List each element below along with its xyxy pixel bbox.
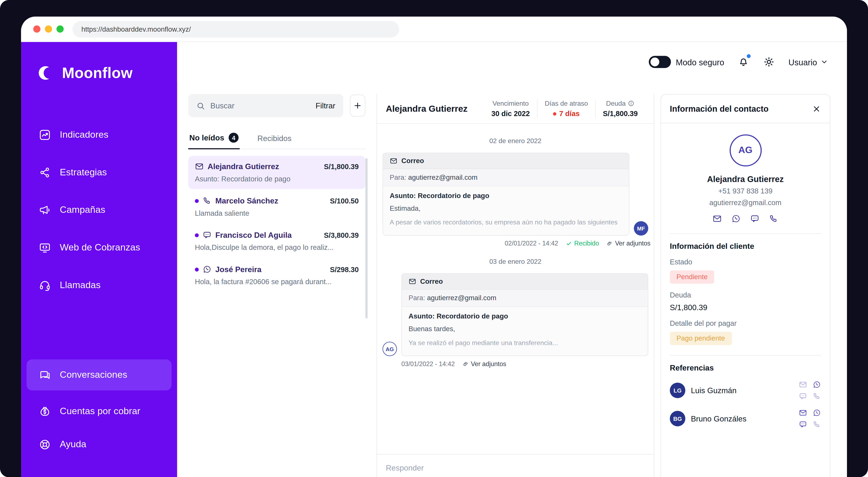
message-scroll-area: 02 de enero 2022 Correo Para:: [377, 124, 654, 454]
chat-bubbles-icon: [39, 369, 51, 381]
message-to-row: Para: agutierrez@gmail.com: [383, 169, 629, 186]
view-attachments-link[interactable]: Ver adjuntos: [463, 361, 506, 367]
browser-chrome: https://dashboarddev.moonflow.xyz/: [21, 16, 847, 42]
close-window-button[interactable]: [33, 25, 40, 33]
sidebar-item-llamadas[interactable]: Llamadas: [27, 270, 172, 301]
view-attachments-link[interactable]: Ver adjuntos: [607, 240, 651, 247]
reference-avatar: LG: [670, 382, 685, 398]
sidebar-item-estrategias[interactable]: Estrategias: [27, 157, 172, 188]
sidebar-item-label: Cuentas por cobrar: [60, 406, 141, 417]
message-channel-header: Correo: [383, 153, 629, 169]
message-timestamp: 03/01/2022 - 14:42: [401, 361, 455, 367]
sidebar-item-conversaciones[interactable]: Conversaciones: [27, 360, 172, 390]
date-divider: 02 de enero 2022: [382, 137, 648, 145]
reply-input[interactable]: [386, 464, 645, 472]
sidebar-item-web-de-cobranzas[interactable]: Web de Cobranzas: [27, 232, 172, 263]
sidebar-nav: Indicadores Estrategias Campañas Web de …: [21, 120, 177, 477]
sidebar-item-indicadores[interactable]: Indicadores: [27, 120, 172, 150]
message-meta: 02/01/2022 - 14:42 Recibido Ver adjuntos: [382, 240, 651, 247]
contact-panel-header: Información del contacto: [661, 95, 830, 123]
tab-no-leidos[interactable]: No leídos 4: [188, 128, 240, 149]
whatsapp-icon[interactable]: [813, 409, 821, 417]
conversation-item-marcelo[interactable]: Marcelo Sánchez S/100.50 Llamada salient…: [188, 190, 366, 223]
conversation-name: Francisco Del Aguila: [215, 231, 320, 239]
conversation-preview: Llamada saliente: [195, 209, 359, 217]
message-body: Asunto: Recordatorio de pago Buenas tard…: [402, 307, 648, 355]
message-text-faded: Ya se realizó el pago mediante una trans…: [409, 339, 641, 347]
search-input[interactable]: [210, 101, 311, 110]
sms-icon: [203, 231, 212, 239]
status-badge: Pendiente: [670, 270, 714, 284]
settings-gear-button[interactable]: [763, 56, 775, 68]
phone-icon[interactable]: [813, 420, 821, 429]
conversation-name: Alejandra Gutierrez: [208, 162, 320, 171]
close-icon: [812, 104, 821, 113]
share-nodes-icon: [39, 166, 51, 178]
sidebar-item-campanas[interactable]: Campañas: [27, 195, 172, 226]
status-label: Estado: [670, 258, 821, 266]
paperclip-icon: [463, 361, 469, 367]
whatsapp-icon[interactable]: [813, 380, 821, 389]
contact-phone: +51 937 838 139: [718, 187, 772, 195]
message-to-row: Para: agutierrez@gmail.com: [402, 290, 648, 307]
reference-avatar: BG: [670, 411, 685, 426]
reference-item-luis[interactable]: LG Luis Guzmán: [670, 380, 821, 401]
unread-dot: [195, 267, 199, 271]
mail-icon[interactable]: [799, 380, 807, 389]
client-info-section: Información del cliente Estado Pendiente…: [661, 234, 830, 355]
url-bar[interactable]: https://dashboarddev.moonflow.xyz/: [72, 21, 399, 37]
user-menu[interactable]: Usuario: [788, 57, 828, 67]
secure-mode-toggle-group: Modo seguro: [649, 56, 724, 68]
sidebar-item-cuentas-por-cobrar[interactable]: Cuentas por cobrar: [27, 397, 172, 426]
sms-icon[interactable]: [799, 392, 807, 401]
app-root: Moonflow Indicadores Estrategias Campaña…: [21, 42, 847, 477]
reference-item-bruno[interactable]: BG Bruno Gonzáles: [670, 409, 821, 429]
conversation-item-francisco[interactable]: Francisco Del Aguila S/3,800.39 Hola,Dis…: [188, 225, 366, 258]
inbox-scrollbar[interactable]: [365, 158, 368, 318]
message-text: Estimada,: [390, 205, 622, 212]
tab-recibidos[interactable]: Recibidos: [256, 128, 292, 149]
traffic-lights: [33, 25, 64, 33]
notifications-bell-button[interactable]: [737, 56, 749, 68]
stat-label: Vencimiento: [493, 99, 529, 107]
filter-button[interactable]: Filtrar: [315, 101, 335, 110]
conversation-item-jose[interactable]: José Pereira S/298.30 Hola, la factura #…: [188, 259, 366, 292]
topbar: Modo seguro Usuario: [177, 42, 847, 82]
sms-icon[interactable]: [799, 420, 807, 429]
mail-icon[interactable]: [712, 214, 722, 224]
close-panel-button[interactable]: [812, 104, 821, 113]
conversation-item-alejandra[interactable]: Alejandra Gutierrez S/1,800.39 Asunto: R…: [188, 156, 366, 189]
phone-icon[interactable]: [813, 392, 821, 401]
secure-mode-toggle[interactable]: [649, 56, 671, 68]
conversation-list: Alejandra Gutierrez S/1,800.39 Asunto: R…: [188, 156, 366, 292]
check-icon: [566, 240, 572, 246]
conversation-amount: S/3,800.39: [324, 231, 359, 239]
references-title: Referencias: [670, 363, 821, 372]
sms-icon[interactable]: [750, 214, 760, 224]
conversation-preview: Asunto: Recordatorio de pago: [195, 175, 359, 183]
overdue-days: 7 días: [559, 109, 580, 118]
sidebar-item-ayuda[interactable]: Ayuda: [27, 430, 172, 459]
thread-stats: Vencimiento 30 dic 2022 Días de atraso 7…: [484, 99, 645, 118]
whatsapp-icon[interactable]: [731, 214, 741, 224]
toggle-knob: [650, 58, 659, 66]
message-card: Correo Para: agutierrez@gmail.com Asunto…: [382, 153, 629, 236]
megaphone-icon: [39, 204, 51, 216]
to-label: Para:: [390, 174, 406, 181]
minimize-window-button[interactable]: [45, 25, 52, 33]
mail-icon[interactable]: [799, 409, 807, 417]
zoom-window-button[interactable]: [56, 25, 64, 33]
info-icon[interactable]: [628, 100, 634, 107]
to-label: Para:: [409, 294, 425, 302]
stat-value: S/1,800.39: [603, 109, 638, 118]
search-box: Filtrar: [188, 94, 343, 117]
phone-icon[interactable]: [769, 214, 778, 224]
message-meta: 03/01/2022 - 14:42 Ver adjuntos: [401, 361, 648, 367]
message-outgoing: Correo Para: agutierrez@gmail.com Asunto…: [382, 153, 648, 236]
user-label: Usuario: [788, 57, 817, 67]
sidebar-item-label: Ayuda: [60, 439, 86, 450]
monitor-code-icon: [39, 242, 51, 254]
inbox-tabs: No leídos 4 Recibidos: [188, 128, 366, 149]
message-subject: Asunto: Recordatorio de pago: [390, 192, 622, 200]
new-conversation-button[interactable]: [350, 95, 365, 117]
